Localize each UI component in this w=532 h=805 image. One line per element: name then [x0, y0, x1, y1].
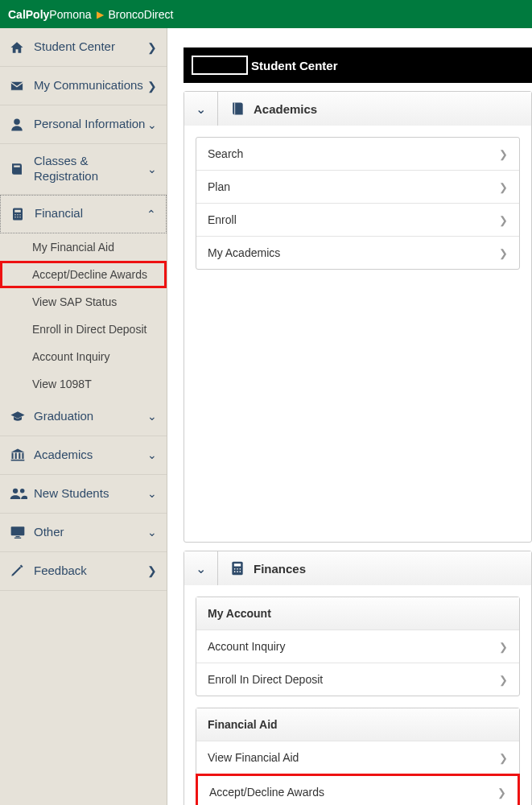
- sidebar-item-label: Personal Information: [34, 117, 147, 132]
- sub-item-enroll-direct-deposit[interactable]: Enroll in Direct Deposit: [0, 316, 167, 343]
- envelope-icon: [10, 80, 27, 92]
- monitor-icon: [10, 525, 27, 539]
- finances-row-view-financial-aid[interactable]: View Financial Aid ❯: [196, 741, 519, 774]
- finances-row-accept-decline-awards[interactable]: Accept/Decline Awards ❯: [196, 774, 520, 805]
- svg-rect-12: [19, 453, 20, 460]
- svg-rect-14: [11, 460, 25, 461]
- academics-section-header: ⌄ Academics: [184, 92, 531, 126]
- row-label: Enroll In Direct Deposit: [208, 673, 323, 686]
- my-account-list: My Account Account Inquiry ❯ Enroll In D…: [196, 597, 520, 696]
- sidebar-item-student-center[interactable]: Student Center ❯: [0, 28, 167, 67]
- row-label: Financial Aid: [208, 718, 278, 731]
- svg-rect-13: [22, 453, 23, 460]
- sidebar-item-label: Feedback: [34, 564, 147, 579]
- chevron-right-icon: ❯: [499, 641, 508, 653]
- sidebar-item-other[interactable]: Other ⌄: [0, 514, 167, 552]
- collapse-finances-button[interactable]: ⌄: [184, 551, 218, 585]
- svg-rect-17: [11, 526, 25, 535]
- collapse-academics-button[interactable]: ⌄: [184, 92, 218, 126]
- svg-point-24: [240, 568, 241, 570]
- sub-item-my-financial-aid[interactable]: My Financial Aid: [0, 233, 167, 261]
- finances-row-account-inquiry[interactable]: Account Inquiry ❯: [196, 630, 519, 663]
- svg-rect-11: [15, 453, 17, 460]
- sidebar-item-graduation[interactable]: Graduation ⌄: [0, 398, 167, 436]
- page-title-bar: Student Center: [184, 47, 532, 83]
- sidebar-item-classes-registration[interactable]: Classes & Registration ⌄: [0, 144, 167, 195]
- chevron-down-icon: ⌄: [147, 410, 157, 423]
- svg-rect-21: [234, 564, 241, 566]
- book-icon: [229, 101, 245, 117]
- sidebar-item-new-students[interactable]: New Students ⌄: [0, 475, 167, 514]
- finances-section-header: ⌄ Finances: [184, 551, 531, 585]
- academics-row-my-academics[interactable]: My Academics ❯: [196, 237, 519, 269]
- chevron-right-icon: ❯: [147, 80, 157, 93]
- svg-point-26: [237, 571, 238, 572]
- row-label: My Academics: [208, 246, 280, 259]
- sidebar-item-label: New Students: [34, 486, 147, 502]
- chevron-down-icon: ⌄: [147, 487, 157, 500]
- chevron-down-icon: ⌄: [147, 163, 157, 175]
- sub-item-accept-decline-awards[interactable]: Accept/Decline Awards: [0, 261, 167, 288]
- sidebar-item-label: Classes & Registration: [34, 154, 147, 184]
- system-name: BroncoDirect: [109, 8, 174, 21]
- org-logo: CalPolyPomona: [8, 8, 92, 21]
- sub-item-account-inquiry[interactable]: Account Inquiry: [0, 343, 167, 370]
- breadcrumb-caret-icon: ▶: [97, 9, 104, 20]
- row-label: Enroll: [208, 213, 237, 226]
- sidebar-item-academics[interactable]: Academics ⌄: [0, 436, 167, 475]
- academics-row-plan[interactable]: Plan ❯: [196, 171, 519, 204]
- svg-rect-1: [14, 165, 20, 167]
- row-label: Plan: [208, 180, 230, 193]
- financial-aid-list: Financial Aid View Financial Aid ❯ Accep…: [196, 708, 520, 805]
- org-bold: CalPoly: [8, 8, 49, 21]
- svg-point-9: [19, 217, 21, 218]
- svg-point-5: [17, 214, 19, 216]
- academics-section: ⌄ Academics Search ❯ Plan ❯: [184, 91, 532, 543]
- svg-point-22: [234, 568, 236, 570]
- sub-item-view-sap-status[interactable]: View SAP Status: [0, 288, 167, 316]
- sidebar-item-personal-information[interactable]: Personal Information ⌄: [0, 105, 167, 144]
- sidebar-item-label: Academics: [34, 448, 147, 463]
- chevron-right-icon: ❯: [499, 214, 508, 226]
- chevron-right-icon: ❯: [147, 564, 157, 577]
- calculator-icon: [229, 560, 245, 576]
- svg-rect-18: [16, 536, 20, 537]
- sidebar-item-label: My Communications: [34, 78, 147, 93]
- sidebar-item-label: Graduation: [34, 409, 147, 424]
- academics-list: Search ❯ Plan ❯ Enroll ❯ My Academics ❯: [196, 137, 520, 270]
- main-content: Student Center ⌄ Academics Search ❯: [167, 28, 532, 805]
- svg-rect-19: [14, 538, 21, 539]
- finances-row-enroll-direct-deposit[interactable]: Enroll In Direct Deposit ❯: [196, 663, 519, 696]
- chevron-down-icon: ⌄: [196, 561, 206, 576]
- row-label: Accept/Decline Awards: [209, 786, 324, 799]
- chevron-down-icon: ⌄: [147, 526, 157, 539]
- chevron-right-icon: ❯: [497, 786, 506, 799]
- svg-rect-3: [14, 209, 21, 212]
- section-title: Finances: [254, 562, 306, 576]
- sidebar-item-feedback[interactable]: Feedback ❯: [0, 552, 167, 591]
- redacted-name-box: [192, 56, 248, 75]
- svg-point-8: [17, 217, 19, 218]
- chevron-down-icon: ⌄: [196, 101, 206, 117]
- svg-point-4: [14, 214, 16, 216]
- chevron-down-icon: ⌄: [147, 118, 157, 131]
- sub-item-view-1098t[interactable]: View 1098T: [0, 370, 167, 398]
- users-icon: [10, 487, 27, 500]
- sidebar-item-financial[interactable]: Financial ⌃: [0, 195, 167, 233]
- chevron-right-icon: ❯: [499, 181, 508, 193]
- sidebar-item-my-communications[interactable]: My Communications ❯: [0, 67, 167, 105]
- financial-sub-menu: My Financial Aid Accept/Decline Awards V…: [0, 233, 167, 398]
- org-rest: Pomona: [49, 8, 91, 21]
- home-icon: [10, 40, 27, 55]
- row-label: Account Inquiry: [208, 640, 286, 653]
- svg-point-0: [14, 118, 20, 125]
- svg-point-6: [19, 214, 21, 216]
- book-icon: [10, 162, 27, 176]
- sidebar-item-label: Other: [34, 525, 147, 540]
- academics-row-search[interactable]: Search ❯: [196, 138, 519, 171]
- academics-row-enroll[interactable]: Enroll ❯: [196, 204, 519, 237]
- svg-point-27: [240, 571, 241, 572]
- graduation-cap-icon: [10, 410, 27, 423]
- chevron-right-icon: ❯: [499, 148, 508, 160]
- chevron-right-icon: ❯: [147, 41, 157, 54]
